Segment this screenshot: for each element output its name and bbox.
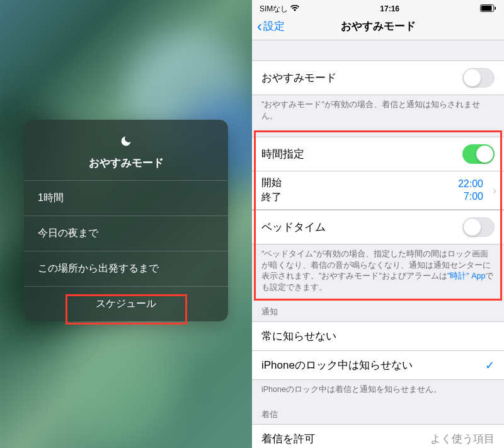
popup-item-evening[interactable]: 今日の夜まで: [24, 215, 228, 251]
cell-bedtime: ベッドタイム: [252, 210, 504, 244]
call-header: 着信: [252, 401, 504, 424]
allow-calls-value: よく使う項目: [430, 432, 495, 446]
dnd-label: おやすみモード: [261, 71, 336, 85]
start-label: 開始: [261, 176, 282, 190]
svg-rect-2: [495, 6, 496, 9]
nav-bar: ‹ 設定 おやすみモード: [252, 13, 504, 40]
checkmark-icon: ✓: [485, 359, 495, 372]
moon-icon: [120, 135, 132, 151]
status-time: 17:16: [380, 4, 399, 13]
bedtime-label: ベッドタイム: [261, 220, 326, 234]
popup-header: おやすみモード: [24, 120, 228, 180]
end-time: 7:00: [458, 191, 483, 202]
dnd-toggle[interactable]: [462, 68, 495, 88]
back-button[interactable]: ‹ 設定: [257, 19, 285, 34]
dnd-action-popup: おやすみモード 1時間 今日の夜まで この場所から出発するまで スケジュール: [24, 120, 228, 321]
cell-silence-always[interactable]: 常に知らせない: [252, 321, 504, 351]
cell-allow-calls[interactable]: 着信を許可 よく使う項目: [252, 424, 504, 449]
popup-item-schedule[interactable]: スケジュール: [24, 286, 228, 321]
scheduled-toggle[interactable]: [462, 144, 495, 164]
bedtime-footer: "ベッドタイム"が有効の場合、指定した時間の間はロック画面が暗くなり、着信の音が…: [252, 244, 504, 298]
wifi-icon: [290, 4, 299, 13]
chevron-right-icon: ›: [493, 184, 496, 197]
cell-dnd-toggle: おやすみモード: [252, 60, 504, 95]
start-time: 22:00: [458, 178, 483, 190]
settings-content[interactable]: おやすみモード "おやすみモード"が有効の場合、着信と通知は知らされません。 時…: [252, 40, 504, 448]
end-label: 終了: [261, 191, 282, 204]
notify-header: 通知: [252, 298, 504, 321]
silence-always-label: 常に知らせない: [261, 329, 336, 343]
notify-footer: iPhoneのロック中は着信と通知を知らせません。: [252, 380, 504, 401]
dnd-footer: "おやすみモード"が有効の場合、着信と通知は知らされません。: [252, 95, 504, 127]
bedtime-toggle[interactable]: [462, 217, 495, 237]
svg-rect-1: [481, 5, 492, 10]
popup-title: おやすみモード: [24, 156, 228, 170]
popup-item-1hour[interactable]: 1時間: [24, 180, 228, 215]
status-bar: SIMなし 17:16: [252, 0, 504, 13]
cell-silence-locked[interactable]: iPhoneのロック中は知らせない ✓: [252, 351, 504, 380]
back-label: 設定: [263, 19, 285, 33]
silence-locked-label: iPhoneのロック中は知らせない: [261, 358, 413, 372]
clock-app-link[interactable]: "時計" App: [447, 272, 486, 280]
allow-calls-label: 着信を許可: [261, 432, 315, 446]
settings-panel: SIMなし 17:16 ‹ 設定 おやすみモード おやすみモード "おやすみモー…: [252, 0, 504, 448]
popup-item-leave-location[interactable]: この場所から出発するまで: [24, 251, 228, 286]
chevron-left-icon: ‹: [257, 19, 262, 34]
control-center-panel: おやすみモード 1時間 今日の夜まで この場所から出発するまで スケジュール: [0, 0, 252, 448]
scheduled-label: 時間指定: [261, 147, 304, 161]
cell-times[interactable]: 開始 終了 22:00 7:00 ›: [252, 171, 504, 210]
nav-title: おやすみモード: [341, 19, 416, 33]
cell-scheduled: 時間指定: [252, 137, 504, 171]
